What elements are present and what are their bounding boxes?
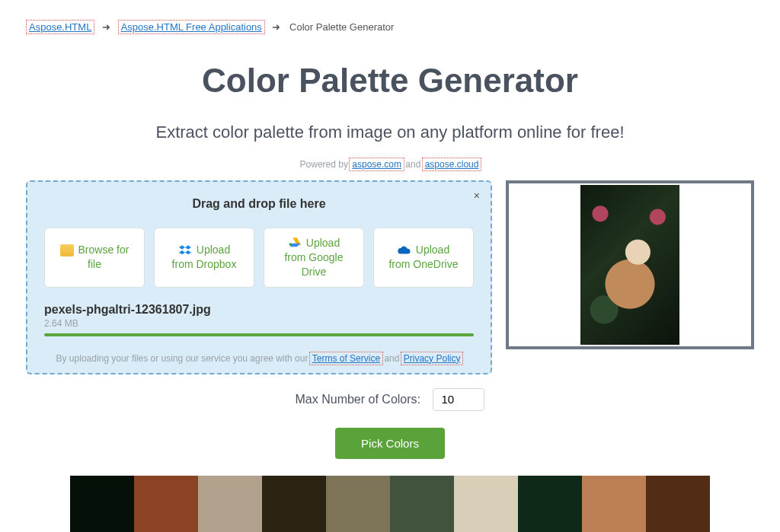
breadcrumb-link-1[interactable]: Aspose.HTML (27, 21, 93, 33)
max-colors-label: Max Number of Colors: (296, 393, 421, 406)
upload-disclaimer: By uploading your files or using our ser… (44, 353, 474, 364)
upload-progress-bar (44, 333, 474, 336)
dropbox-icon (178, 244, 192, 256)
page-subtitle: Extract color palette from image on any … (0, 123, 780, 142)
breadcrumb: Aspose.HTML ➜ Aspose.HTML Free Applicati… (0, 0, 780, 48)
poweredby-link-aspose-cloud[interactable]: aspose.cloud (424, 159, 481, 170)
color-swatch[interactable] (582, 476, 646, 532)
breadcrumb-arrow: ➜ (102, 21, 110, 33)
color-swatch[interactable] (518, 476, 582, 532)
close-icon[interactable]: × (474, 190, 480, 202)
dropzone[interactable]: × Drag and drop file here Browse for fil… (26, 180, 492, 374)
privacy-policy-link[interactable]: Privacy Policy (402, 353, 462, 364)
upload-google-drive-button[interactable]: Upload from Google Drive (264, 228, 364, 288)
color-swatch[interactable] (390, 476, 454, 532)
google-drive-icon (288, 237, 302, 249)
uploaded-file: pexels-phgaltri-12361807.jpg 2.64 MB (44, 303, 474, 336)
upload-onedrive-button[interactable]: Upload from OneDrive (373, 228, 474, 288)
color-swatch[interactable] (134, 476, 198, 532)
page-title: Color Palette Generator (0, 62, 780, 100)
powered-by: Powered by aspose.com and aspose.cloud (0, 159, 780, 170)
color-swatch[interactable] (262, 476, 326, 532)
file-size: 2.64 MB (44, 318, 474, 329)
pick-colors-button[interactable]: Pick Colors (335, 428, 445, 459)
upload-dropbox-button[interactable]: Upload from Dropbox (154, 228, 254, 288)
breadcrumb-current: Color Palette Generator (289, 21, 394, 33)
breadcrumb-link-2[interactable]: Aspose.HTML Free Applications (120, 21, 264, 33)
max-colors-input[interactable] (433, 388, 484, 411)
onedrive-icon (398, 244, 411, 256)
terms-of-service-link[interactable]: Terms of Service (311, 353, 382, 364)
poweredby-link-aspose-com[interactable]: aspose.com (350, 159, 403, 170)
file-name: pexels-phgaltri-12361807.jpg (44, 303, 474, 317)
color-swatch[interactable] (70, 476, 134, 532)
image-preview (506, 180, 754, 349)
color-swatch[interactable] (646, 476, 710, 532)
color-swatch[interactable] (326, 476, 390, 532)
color-swatch[interactable] (454, 476, 518, 532)
browse-file-button[interactable]: Browse for file (44, 228, 145, 288)
color-swatch[interactable] (198, 476, 262, 532)
dropzone-heading: Drag and drop file here (44, 197, 474, 211)
preview-image (580, 185, 679, 345)
palette: #051009#8b4325#b1a28e#2a2213#7d7458#4152… (70, 476, 710, 532)
folder-icon (60, 244, 74, 256)
breadcrumb-arrow: ➜ (272, 21, 280, 33)
